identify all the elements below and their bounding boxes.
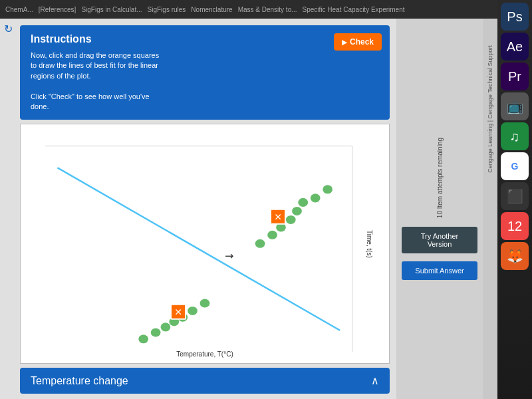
macos-dock: Ps Ae Pr 📺 ♫ G ⬛ 12 🦊 [497, 0, 532, 399]
svg-point-6 [292, 207, 302, 215]
instructions-body: Now, click and drag the orange squares t… [31, 51, 164, 112]
dock-firefox[interactable]: 🦊 [501, 242, 529, 270]
dock-photoshop[interactable]: Ps [501, 3, 529, 31]
dock-calendar[interactable]: 12 [501, 212, 529, 240]
svg-point-7 [286, 215, 296, 224]
svg-point-15 [161, 323, 171, 332]
dock-after-effects[interactable]: Ae [501, 33, 529, 61]
submit-answer-button[interactable]: Submit Answer [402, 261, 477, 280]
browser-tab-bar: ChemA... [References] SigFigs in Calcula… [0, 0, 497, 19]
chevron-up-icon: ∧ [371, 374, 379, 387]
instructions-title: Instructions [31, 33, 379, 45]
tab-nomenclature[interactable]: Nomenclature [191, 6, 232, 13]
tab-heat-capacity[interactable]: Specific Heat Capacity Experiment [303, 6, 405, 13]
dock-spotify[interactable]: ♫ [501, 122, 529, 150]
svg-point-12 [188, 307, 198, 315]
cengage-label: Cengage Learning | Cengage Technical Sup… [487, 45, 493, 173]
dock-app1[interactable]: ⬛ [501, 182, 529, 210]
bottom-tab-label: Temperature change [31, 375, 128, 387]
drag-handle-upper[interactable]: ✕ [170, 304, 186, 320]
check-button[interactable]: Check [334, 33, 382, 51]
scatter-plot [21, 124, 389, 363]
x-axis-label: Time, t(s) [366, 230, 374, 258]
try-another-version-button[interactable]: Try Another Version [402, 227, 477, 253]
temperature-change-tab[interactable]: Temperature change ∧ [20, 368, 390, 394]
y-axis-label: Temperature, T(°C) [176, 350, 233, 358]
svg-point-4 [311, 194, 321, 203]
tab-chema[interactable]: ChemA... [5, 6, 33, 13]
cengage-sidebar: Cengage Learning | Cengage Technical Sup… [483, 19, 497, 399]
instructions-panel: Instructions Now, click and drag the ora… [20, 25, 390, 120]
dock-premiere[interactable]: Pr [501, 63, 529, 90]
svg-point-8 [276, 223, 286, 232]
svg-point-10 [255, 239, 265, 248]
refresh-icon[interactable]: ↻ [4, 23, 17, 36]
svg-line-2 [57, 168, 340, 331]
right-sidebar: 10 Item attempts remaining Try Another V… [396, 19, 483, 399]
svg-point-11 [200, 299, 210, 308]
svg-point-9 [267, 231, 277, 239]
drag-handle-lower[interactable]: ✕ [270, 209, 286, 225]
tab-sigfigs-rules[interactable]: SigFigs rules [148, 6, 186, 13]
graph-area[interactable]: ✕ ✕ ↖ Time, t(s) Temperature, T(°C) [20, 124, 390, 364]
dock-tv[interactable]: 📺 [501, 92, 529, 120]
tab-mass-density[interactable]: Mass & Density to... [238, 6, 297, 13]
dock-google[interactable]: G [501, 152, 529, 180]
svg-point-16 [151, 329, 161, 337]
tab-sigfigs-calc[interactable]: SigFigs in Calculat... [81, 6, 142, 13]
svg-point-5 [298, 198, 308, 207]
attempts-remaining-text: 10 Item attempts remaining [436, 138, 444, 218]
svg-point-17 [138, 335, 148, 344]
svg-point-3 [323, 186, 332, 194]
tab-references[interactable]: [References] [39, 6, 76, 13]
